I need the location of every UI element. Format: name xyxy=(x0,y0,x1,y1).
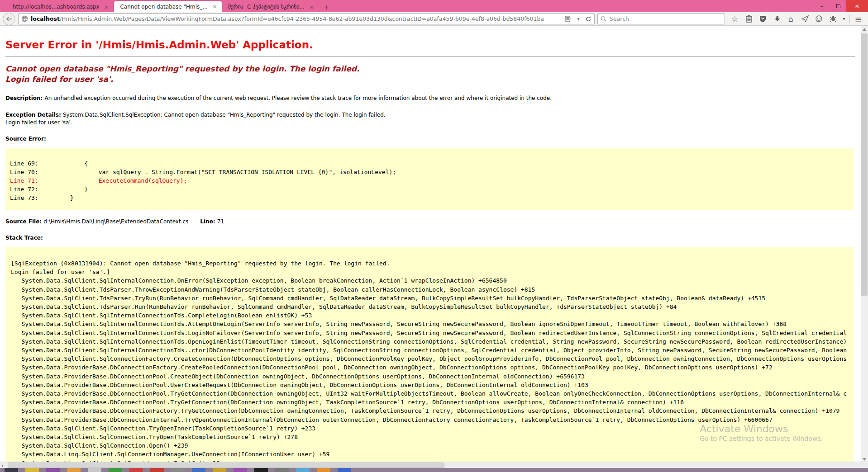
stack-trace-box: [SqlException (0x80131904): Cannot open … xyxy=(5,247,854,462)
stack-trace-line: [SqlException (0x80131904): Cannot open … xyxy=(11,259,850,268)
url-text[interactable]: localhost/Hmis/Hmis.Admin.Web/Pages/Data… xyxy=(31,15,564,22)
tab-title: http://localhos...ashboards.aspx xyxy=(13,4,100,10)
source-file-label: Source File: xyxy=(5,218,43,225)
url-host: localhost xyxy=(31,15,60,22)
stack-trace-label: Stack Trace: xyxy=(5,235,855,241)
stack-trace-line: System.Data.SqlClient.TdsParser.ThrowExc… xyxy=(11,285,850,294)
stack-trace-line: System.Data.SqlClient.SqlInternalConnect… xyxy=(11,276,850,285)
globe-icon xyxy=(21,15,28,22)
taskbar-app-icon xyxy=(171,468,185,472)
taskbar-app-icon xyxy=(67,468,81,472)
taskbar-app-icon xyxy=(192,468,205,472)
source-code-line: Line 71: ExecuteCommand(sqlQuery); xyxy=(10,176,850,185)
toolbar-separator xyxy=(849,14,850,24)
source-code-line: Line 70: var sqlQuery = String.Format("S… xyxy=(10,168,850,176)
source-file-line: Source File: d:\Hmis\Hmis.Dal\Linq\Base\… xyxy=(5,218,855,225)
source-code-line: Line 69: { xyxy=(10,159,850,168)
description-paragraph: Description: An unhandled exception occu… xyxy=(5,94,855,102)
url-path: /Hmis/Hmis.Admin.Web/Pages/Data/ViewWork… xyxy=(60,15,544,22)
exception-details-paragraph: Exception Details: System.Data.SqlClient… xyxy=(5,111,855,127)
tab-close-icon[interactable]: × xyxy=(212,4,217,9)
bookmarks-menu-icon[interactable] xyxy=(742,13,756,25)
reader-mode-icon[interactable] xyxy=(565,16,572,22)
error-subtitle-line2: Login failed for user 'sa'. xyxy=(5,75,114,84)
scroll-down-icon[interactable] xyxy=(863,458,866,461)
downloads-icon[interactable] xyxy=(770,13,784,25)
taskbar-app-icon xyxy=(254,468,268,472)
pocket-icon[interactable] xyxy=(756,13,770,25)
error-subtitle-line1: Cannot open database "Hmis_Reporting" re… xyxy=(5,64,360,73)
source-error-code: Line 69: {Line 70: var sqlQuery = String… xyxy=(5,148,854,210)
taskbar-app-icon xyxy=(234,468,247,472)
stack-trace-line: System.Data.SqlClient.SqlConnection.Open… xyxy=(11,441,850,450)
stack-trace-line: Login failed for user 'sa'.] xyxy=(11,268,850,276)
taskbar-app-icon xyxy=(338,468,351,472)
home-icon[interactable]: ⌂ xyxy=(784,13,798,25)
taskbar-app-icon xyxy=(88,468,101,472)
reload-icon[interactable] xyxy=(585,16,591,22)
scroll-left-icon[interactable]: ‹ xyxy=(1,462,4,468)
error-subtitle: Cannot open database "Hmis_Reporting" re… xyxy=(5,64,855,85)
tab-dashboards[interactable]: http://localhos...ashboards.aspx × xyxy=(6,1,114,12)
taskbar-app-icon xyxy=(46,468,60,472)
bookmark-star-icon[interactable]: ☆ xyxy=(728,13,742,25)
scroll-up-icon[interactable] xyxy=(863,28,866,31)
url-dropdown-icon[interactable]: ▾ xyxy=(574,13,582,25)
taskbar-app-icon xyxy=(109,468,122,472)
line-number: 71 xyxy=(217,218,224,225)
taskbar-app-icon xyxy=(275,468,289,472)
stack-trace-line: System.Data.SqlClient.SqlConnection.TryO… xyxy=(11,433,850,441)
stack-trace-line: System.Data.ProviderBase.DbConnectionPoo… xyxy=(11,381,850,389)
taskbar-app-icon xyxy=(296,468,310,472)
stack-trace-line: System.Data.ProviderBase.DbConnectionFac… xyxy=(11,406,850,415)
minimize-button[interactable]: – xyxy=(814,0,830,12)
source-code-line: Line 72: } xyxy=(10,185,850,194)
tab-georgian[interactable]: მერია -C ჰეპატიტის სკრინი... × xyxy=(222,1,319,12)
stack-trace-line: System.Data.Linq.SqlClient.SqlConnection… xyxy=(11,450,850,458)
stack-trace-line: System.Data.ProviderBase.DbConnectionPoo… xyxy=(11,398,850,406)
close-button[interactable]: × xyxy=(846,0,868,12)
url-bar[interactable]: localhost/Hmis/Hmis.Admin.Web/Pages/Data… xyxy=(18,13,595,24)
page-title: Server Error in '/Hmis/Hmis.Admin.Web' A… xyxy=(5,39,855,51)
back-button[interactable] xyxy=(3,13,15,25)
toolbar-buttons: ☆ ⌂ ▾ ≡ xyxy=(728,13,865,25)
tab-close-icon[interactable]: × xyxy=(309,4,314,10)
vertical-scrollbar-thumb[interactable] xyxy=(861,33,868,296)
tab-title: Cannot open database "Hmis_... xyxy=(120,4,208,10)
taskbar-app-icon xyxy=(5,468,18,472)
extension-bug-icon[interactable] xyxy=(826,13,840,25)
stack-trace-line: System.Data.SqlClient.SqlInternalConnect… xyxy=(11,329,850,337)
line-label: Line: xyxy=(200,218,217,225)
tab-close-icon[interactable]: × xyxy=(104,4,109,10)
search-icon xyxy=(601,16,607,22)
search-box[interactable]: Search xyxy=(597,13,725,24)
taskbar-app-icon xyxy=(317,468,330,472)
horizontal-scrollbar-thumb[interactable] xyxy=(8,463,444,468)
windows-taskbar[interactable] xyxy=(0,468,868,472)
stack-trace-line: System.Data.ProviderBase.DbConnectionPoo… xyxy=(11,389,850,398)
hello-chat-icon[interactable] xyxy=(812,13,826,25)
stack-trace-line: System.Data.SqlClient.SqlInternalConnect… xyxy=(11,320,850,328)
horizontal-scrollbar[interactable]: ‹ xyxy=(0,462,868,468)
stack-trace-line: System.Data.SqlClient.TdsParser.TryRun(R… xyxy=(11,294,850,302)
send-tab-icon[interactable] xyxy=(798,13,812,25)
restore-button[interactable] xyxy=(830,0,846,12)
divider xyxy=(5,56,855,57)
new-tab-button[interactable]: + xyxy=(321,2,333,12)
tab-title: მერია -C ჰეპატიტის სკრინი... xyxy=(228,4,305,10)
taskbar-app-icon xyxy=(25,468,39,472)
exception-details-text: System.Data.SqlClient.SqlException: Cann… xyxy=(63,112,386,118)
exception-details-text2: Login failed for user 'sa'. xyxy=(5,119,72,126)
tab-error-page-active[interactable]: Cannot open database "Hmis_... × xyxy=(114,1,222,12)
back-arrow-icon xyxy=(6,16,12,22)
vertical-scrollbar[interactable] xyxy=(861,26,868,463)
stack-trace-line: System.Data.SqlClient.TdsParser.Run(RunB… xyxy=(11,302,850,311)
stack-trace-line: System.Data.SqlClient.SqlInternalConnect… xyxy=(11,337,850,346)
stack-trace-line: System.Data.SqlClient.SqlConnection.TryO… xyxy=(11,424,850,433)
page-viewport: Server Error in '/Hmis/Hmis.Admin.Web' A… xyxy=(0,26,861,462)
description-label: Description: xyxy=(5,95,45,101)
overflow-caret-icon[interactable]: ▾ xyxy=(840,13,848,25)
menu-hamburger-icon[interactable]: ≡ xyxy=(851,13,865,25)
exception-details-label: Exception Details: xyxy=(5,112,63,118)
source-code-line: Line 73: } xyxy=(10,194,850,202)
